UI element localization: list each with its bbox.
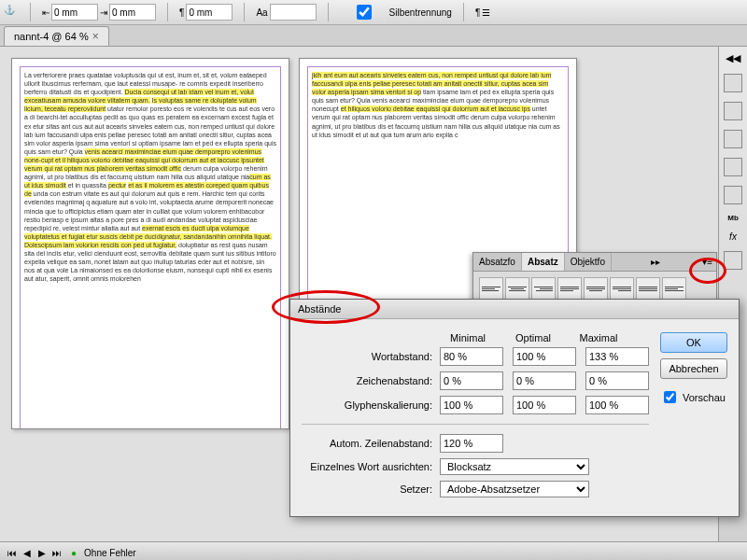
word-opt-field[interactable] [513,347,576,366]
preflight-icon[interactable]: ● [71,548,77,558]
page-left: La verferiorere praes quatatae voluptusd… [11,58,289,429]
tab-objektformate[interactable]: Objektfo [565,253,612,271]
char-spacing-label: Zeichenabstand: [302,375,440,386]
align-right-button[interactable] [531,277,556,300]
close-icon[interactable]: × [92,30,99,43]
col-optimal: Optimal [505,332,561,343]
para-panel-icon[interactable] [724,251,742,270]
justify-full-button[interactable] [636,277,660,300]
top-toolbar: ⚓ ⇤ ⇥ ¶ Aa Silbentrennung ¶☰ [0,0,747,25]
col-minimal: Minimal [440,332,496,343]
last-page-icon[interactable]: ⏭ [50,548,63,558]
glyph-opt-field[interactable] [513,396,576,414]
word-spacing-label: Wortabstand: [302,351,440,362]
preview-label: Vorschau [683,392,726,403]
workspace: La verferiorere praes quatatae voluptusd… [0,47,747,541]
justify-center-button[interactable] [584,277,608,300]
anchor-icon: ⚓ [4,5,19,20]
document-tabbar: nannt-4 @ 64 %× [0,25,747,47]
glyph-scale-label: Glyphenskalierung: [302,399,440,411]
pages-panel-icon[interactable] [724,74,742,92]
para-icon[interactable]: ¶ [475,7,480,18]
text-frame-left[interactable]: La verferiorere praes quatatae voluptusd… [20,66,281,429]
dialog-title: Abstände [290,300,739,319]
expand-dock-icon[interactable]: ◀◀ [726,52,740,64]
justify-right-button[interactable] [610,277,634,300]
composer-label: Setzer: [302,483,440,495]
hyphenation-check[interactable] [344,5,385,20]
tab-label: nannt-4 @ 64 % [14,31,89,42]
single-word-select[interactable]: Blocksatz [440,458,589,475]
indent-right-icon: ⇥ [100,7,107,18]
auto-leading-field[interactable] [440,434,503,453]
layers-panel-icon[interactable] [724,102,742,120]
hyphenation-label: Silbentrennung [389,7,452,18]
composer-select[interactable]: Adobe-Absatzsetzer [440,481,589,497]
color-panel-icon[interactable] [724,186,742,204]
stroke-panel-icon[interactable] [724,158,742,176]
indent-left-field[interactable] [51,4,98,21]
glyph-max-field[interactable] [585,396,649,414]
preflight-label: Ohne Fehler [84,548,136,558]
char-max-field[interactable] [585,371,649,390]
first-page-icon[interactable]: ⏮ [6,548,19,558]
columns-icon[interactable]: ☰ [482,7,490,18]
indent-right-field[interactable] [109,4,156,21]
spacing-dialog: Abstände MinimalOptimalMaximal Wortabsta… [289,299,740,517]
dropcap-field[interactable] [270,4,317,21]
panel-collapse-icon[interactable]: ▸▸ [647,253,664,271]
align-left-button[interactable] [479,277,503,300]
status-bar: ⏮ ◀ ▶ ⏭ ● Ohne Fehler [0,541,747,560]
indent-group: ⇤ ⇥ [42,4,156,21]
preview-check[interactable] [664,391,676,403]
col-maximal: Maximal [571,332,627,343]
char-opt-field[interactable] [513,371,576,390]
dropcap-label: Aa [256,7,267,18]
mb-panel-icon[interactable]: Mb [727,214,739,222]
ok-button[interactable]: OK [660,332,727,353]
tab-absatzformate[interactable]: Absatzfo [473,253,522,271]
auto-leading-label: Autom. Zeilenabstand: [302,438,440,449]
firstline-icon: ¶ [179,7,184,18]
single-word-label: Einzelnes Wort ausrichten: [302,461,440,472]
page-nav: ⏮ ◀ ▶ ⏭ [6,548,63,558]
glyph-min-field[interactable] [440,396,503,414]
tab-absatz[interactable]: Absatz [522,253,565,271]
cancel-button[interactable]: Abbrechen [660,358,727,379]
firstline-field[interactable] [186,4,233,21]
indent-left-icon: ⇤ [42,7,49,18]
next-page-icon[interactable]: ▶ [35,548,49,558]
prev-page-icon[interactable]: ◀ [21,548,34,558]
word-max-field[interactable] [585,347,649,366]
word-min-field[interactable] [440,347,503,366]
align-spine-button[interactable] [662,277,686,300]
links-panel-icon[interactable] [724,130,742,148]
justify-left-button[interactable] [557,277,582,300]
panel-menu-icon[interactable]: ▾≡ [698,253,716,271]
document-tab[interactable]: nannt-4 @ 64 %× [4,26,109,46]
fx-panel-icon[interactable]: fx [729,231,737,242]
align-center-button[interactable] [505,277,529,300]
char-min-field[interactable] [440,371,503,390]
